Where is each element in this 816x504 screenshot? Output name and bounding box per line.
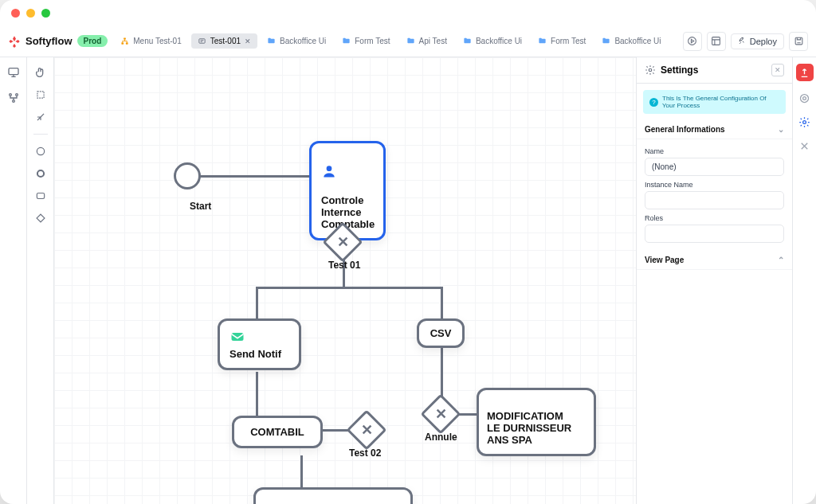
edge xyxy=(199,175,309,178)
window-close-button[interactable] xyxy=(11,9,20,18)
svg-rect-3 xyxy=(199,39,205,44)
tab-backoffice-ui[interactable]: Backoffice Ui xyxy=(261,33,332,49)
svg-rect-5 xyxy=(712,37,720,45)
brand: Softyflow Prod xyxy=(8,35,108,48)
svg-rect-17 xyxy=(232,333,244,341)
input-roles[interactable] xyxy=(645,225,784,243)
svg-rect-15 xyxy=(37,214,45,222)
node-gateway-annule[interactable]: ✕ xyxy=(426,400,455,428)
node-gateway-test01[interactable]: ✕ xyxy=(328,228,357,256)
rrail-tools-icon[interactable] xyxy=(798,139,812,153)
tool-connect-icon[interactable] xyxy=(33,110,48,124)
tab-form-test[interactable]: Form Test xyxy=(532,33,592,49)
svg-point-8 xyxy=(9,94,11,96)
node-task-modif[interactable]: MODIFICATIOM LE DURNISSEUR ANS SPA xyxy=(477,388,596,456)
edge xyxy=(441,287,443,318)
svg-rect-1 xyxy=(122,42,124,44)
window-titlebar xyxy=(0,0,816,25)
tabs-bar: Menu Test-01Test-001✕Backoffice UiForm T… xyxy=(114,33,676,50)
tool-select-icon[interactable] xyxy=(33,88,48,102)
chevron-down-icon: ⌄ xyxy=(778,125,784,134)
tool-gateway-icon[interactable] xyxy=(33,211,48,225)
node-task-csv[interactable]: CSV xyxy=(417,318,465,348)
svg-rect-14 xyxy=(37,193,44,199)
tab-backoffice-ui[interactable]: Backoffice Ui xyxy=(457,33,528,49)
edge xyxy=(441,344,443,400)
node-task-controle[interactable]: Controle Internce Comptable xyxy=(309,141,386,240)
top-actions: Deploy xyxy=(683,32,808,51)
tab-label: Menu Test-01 xyxy=(133,37,181,45)
edge xyxy=(256,372,258,416)
main-area: Start Controle Internce Comptable ✕ Test… xyxy=(0,57,816,504)
svg-point-20 xyxy=(803,96,806,100)
node-task-send-notif[interactable]: Send Notif xyxy=(218,318,301,370)
node-gateway-test02[interactable]: ✕ xyxy=(352,416,381,444)
mail-icon xyxy=(230,329,245,345)
window-maximize-button[interactable] xyxy=(41,9,50,18)
rocket-icon xyxy=(738,37,747,45)
svg-rect-7 xyxy=(9,68,18,75)
tool-hand-icon[interactable] xyxy=(33,65,48,80)
brand-name: Softyflow xyxy=(26,35,73,47)
panel-close-button[interactable]: ✕ xyxy=(771,64,784,76)
node-start-label: Start xyxy=(190,201,211,212)
svg-rect-0 xyxy=(124,37,126,39)
tab-form-test[interactable]: Form Test xyxy=(671,33,677,49)
svg-point-21 xyxy=(803,120,806,123)
svg-rect-11 xyxy=(37,92,43,98)
tab-api-test[interactable]: Api Test xyxy=(400,33,453,49)
edge xyxy=(300,455,303,487)
svg-rect-6 xyxy=(795,37,802,45)
tab-label: Backoffice Ui xyxy=(476,37,522,45)
tool-rail xyxy=(27,57,54,504)
tab-form-test[interactable]: Form Test xyxy=(335,33,396,49)
rrail-share-icon[interactable] xyxy=(796,64,814,81)
task-label: MODIFICATIOM LE DURNISSEUR ANS SPA xyxy=(487,410,571,446)
rrail-gear-icon[interactable] xyxy=(798,115,812,129)
edge xyxy=(343,287,442,289)
node-task-comtabil[interactable]: COMTABIL xyxy=(232,416,323,448)
tab-label: Backoffice Ui xyxy=(614,37,661,45)
tool-divider xyxy=(33,134,48,135)
section-viewpage-label: View Page xyxy=(645,256,684,264)
tab-close-icon[interactable]: ✕ xyxy=(245,37,251,45)
svg-point-10 xyxy=(12,100,14,103)
gateway-annule-label: Annule xyxy=(425,432,457,443)
task-label: Controle Internce Comptable xyxy=(321,194,375,230)
input-instance[interactable] xyxy=(645,191,784,209)
settings-panel: Settings ✕ ? This Is The General Configu… xyxy=(636,57,792,504)
node-start[interactable] xyxy=(174,162,201,189)
rail-flow-icon[interactable] xyxy=(6,91,21,105)
tab-label: Test-001 xyxy=(210,37,241,45)
deploy-button[interactable]: Deploy xyxy=(731,33,784,49)
canvas[interactable]: Start Controle Internce Comptable ✕ Test… xyxy=(54,57,636,504)
deploy-label: Deploy xyxy=(750,37,777,46)
section-general-body: Name Instance Name Roles xyxy=(637,139,792,251)
brand-logo-icon xyxy=(8,35,21,48)
node-task-partial[interactable] xyxy=(253,487,413,504)
panel-title: Settings xyxy=(661,64,767,76)
svg-point-4 xyxy=(688,37,696,45)
svg-point-13 xyxy=(37,170,43,177)
input-name[interactable] xyxy=(645,158,784,176)
section-viewpage-header[interactable]: View Page ⌃ xyxy=(637,251,792,270)
tab-test-001[interactable]: Test-001✕ xyxy=(191,33,257,49)
gateway-test01-label: Test 01 xyxy=(328,260,360,271)
layout-button[interactable] xyxy=(707,32,726,51)
task-label: CSV xyxy=(430,327,452,339)
window-minimize-button[interactable] xyxy=(26,9,35,18)
tab-menu-test-01[interactable]: Menu Test-01 xyxy=(114,33,187,49)
rail-monitor-icon[interactable] xyxy=(6,65,21,80)
rrail-target-icon[interactable] xyxy=(798,91,812,105)
section-general-label: General Informations xyxy=(645,125,725,134)
tool-start-event-icon[interactable] xyxy=(33,144,48,158)
tool-task-icon[interactable] xyxy=(33,189,48,203)
save-button[interactable] xyxy=(789,32,808,51)
right-rail xyxy=(792,57,816,504)
tool-end-event-icon[interactable] xyxy=(33,166,48,181)
tab-backoffice-ui[interactable]: Backoffice Ui xyxy=(595,33,667,49)
topbar: Softyflow Prod Menu Test-01Test-001✕Back… xyxy=(0,25,816,57)
gateway-test02-label: Test 02 xyxy=(349,447,381,459)
section-general-header[interactable]: General Informations ⌄ xyxy=(637,120,792,139)
preview-button[interactable] xyxy=(683,32,702,51)
